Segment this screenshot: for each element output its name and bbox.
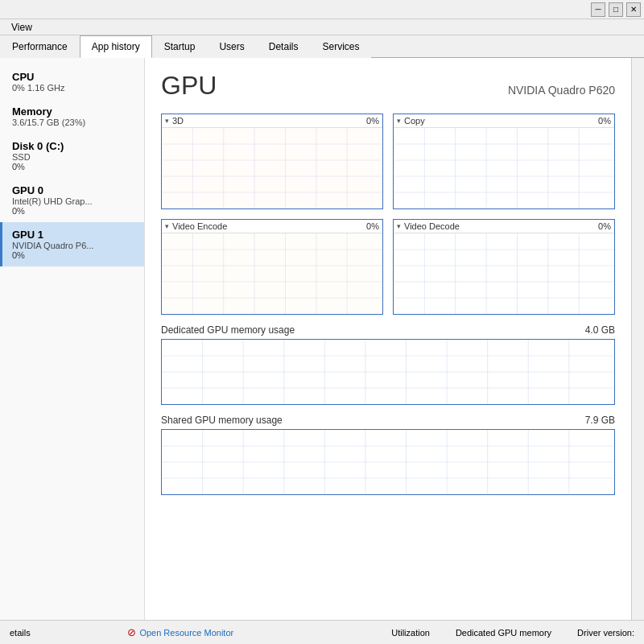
driver-version-label: Driver version:: [577, 628, 634, 638]
scrollbar[interactable]: ▼: [631, 58, 644, 638]
tab-services[interactable]: Services: [310, 35, 371, 58]
dedicated-capacity: 4.0 GB: [585, 324, 615, 336]
details-link[interactable]: etails: [10, 628, 31, 638]
gpu-title: GPU: [161, 71, 217, 101]
shared-memory-section: Shared GPU memory usage 7.9 GB: [161, 415, 615, 495]
shared-label-row: Shared GPU memory usage 7.9 GB: [161, 415, 615, 426]
graph-dedicated-grid: [162, 340, 614, 404]
graph-3d: ▾ 3D 0%: [161, 114, 383, 209]
minimize-button[interactable]: ─: [591, 2, 605, 17]
graph-shared-grid: [162, 430, 614, 494]
gpu1-value: 0%: [12, 250, 134, 260]
graph-3d-canvas: [162, 128, 382, 208]
utilization-label: Utilization: [391, 628, 430, 638]
dedicated-memory-label: Dedicated GPU memory: [456, 628, 551, 638]
graph-video-decode: ▾ Video Decode 0%: [393, 219, 615, 315]
sidebar: CPU 0% 1.16 GHz Memory 3.6/15.7 GB (23%)…: [0, 58, 145, 638]
memory-title: Memory: [12, 105, 134, 118]
graph-shared-canvas: [162, 430, 614, 494]
graph-shared-memory: [161, 429, 615, 495]
content-area: GPU NVIDIA Quadro P620 ▾ 3D 0%: [145, 58, 631, 638]
tab-performance[interactable]: Performance: [0, 35, 80, 58]
graph-encode-label: ▾ Video Encode 0%: [162, 220, 382, 233]
tab-app-history[interactable]: App history: [80, 35, 152, 58]
graph-video-encode: ▾ Video Encode 0%: [161, 219, 383, 315]
value-video-encode: 0%: [366, 221, 379, 231]
graph-encode-canvas: [162, 233, 382, 314]
tab-startup[interactable]: Startup: [152, 35, 208, 58]
tab-details[interactable]: Details: [257, 35, 311, 58]
graph-decode-canvas: [394, 233, 614, 314]
dedicated-label: Dedicated GPU memory usage: [161, 324, 295, 336]
value-copy: 0%: [598, 116, 611, 126]
content-header: GPU NVIDIA Quadro P620: [161, 71, 615, 101]
graph-copy-grid: [394, 128, 614, 208]
chevron-3d-icon: ▾: [165, 117, 169, 125]
graph-decode-label: ▾ Video Decode 0%: [394, 220, 614, 233]
main-layout: CPU 0% 1.16 GHz Memory 3.6/15.7 GB (23%)…: [0, 58, 644, 638]
cpu-title: CPU: [12, 71, 134, 83]
label-video-encode: Video Encode: [172, 221, 227, 231]
tab-bar: Performance App history Startup Users De…: [0, 35, 644, 58]
title-bar-controls: ─ □ ✕: [591, 2, 641, 17]
middle-graphs-row: ▾ Video Encode 0%: [161, 219, 615, 315]
disk0-value: 0%: [12, 162, 134, 171]
graph-copy-label: ▾ Copy 0%: [394, 114, 614, 128]
gpu1-subtitle: NVIDIA Quadro P6...: [12, 241, 134, 250]
graph-copy: ▾ Copy 0%: [393, 114, 615, 209]
sidebar-item-cpu[interactable]: CPU 0% 1.16 GHz: [0, 64, 144, 99]
resource-monitor-icon: ⊘: [127, 626, 136, 638]
gpu0-subtitle: Intel(R) UHD Grap...: [12, 196, 134, 206]
gpu0-title: GPU 0: [12, 184, 134, 196]
graph-dedicated-memory: [161, 339, 615, 405]
close-button[interactable]: ✕: [626, 2, 641, 17]
graph-dedicated-canvas: [162, 340, 614, 404]
maximize-button[interactable]: □: [609, 2, 623, 17]
label-video-decode: Video Decode: [404, 221, 460, 231]
graph-3d-label: ▾ 3D 0%: [162, 114, 382, 128]
cpu-subtitle: 0% 1.16 GHz: [12, 83, 134, 93]
sidebar-item-memory[interactable]: Memory 3.6/15.7 GB (23%): [0, 99, 144, 134]
bottom-stats: Utilization Dedicated GPU memory Driver …: [391, 628, 634, 638]
label-3d: 3D: [172, 116, 184, 126]
top-graphs-row: ▾ 3D 0%: [161, 114, 615, 209]
shared-capacity: 7.9 GB: [585, 415, 615, 426]
gpu1-title: GPU 1: [12, 229, 134, 241]
view-menu[interactable]: View: [6, 20, 37, 35]
memory-subtitle: 3.6/15.7 GB (23%): [12, 118, 134, 127]
disk0-subtitle: SSD: [12, 152, 134, 162]
menu-bar: View: [0, 19, 644, 35]
shared-label: Shared GPU memory usage: [161, 415, 283, 426]
value-3d: 0%: [366, 116, 379, 126]
graph-decode-grid: [394, 233, 614, 314]
tab-users[interactable]: Users: [207, 35, 256, 58]
sidebar-item-gpu1[interactable]: GPU 1 NVIDIA Quadro P6... 0%: [0, 222, 144, 266]
label-copy: Copy: [404, 116, 425, 126]
title-bar: ─ □ ✕: [0, 0, 644, 19]
bottom-bar: etails ⊘ Open Resource Monitor Utilizati…: [0, 620, 644, 644]
dedicated-memory-section: Dedicated GPU memory usage 4.0 GB: [161, 324, 615, 405]
sidebar-item-gpu0[interactable]: GPU 0 Intel(R) UHD Grap... 0%: [0, 178, 144, 222]
graph-copy-canvas: [394, 128, 614, 208]
encode-overlay: [162, 233, 382, 314]
chevron-encode-icon: ▾: [165, 222, 169, 230]
sidebar-item-disk0[interactable]: Disk 0 (C:) SSD 0%: [0, 134, 144, 178]
open-resource-monitor-link[interactable]: ⊘ Open Resource Monitor: [127, 626, 233, 638]
resource-monitor-label: Open Resource Monitor: [139, 628, 233, 638]
disk0-title: Disk 0 (C:): [12, 140, 134, 152]
chevron-decode-icon: ▾: [397, 222, 401, 230]
dedicated-label-row: Dedicated GPU memory usage 4.0 GB: [161, 324, 615, 336]
value-video-decode: 0%: [598, 221, 611, 231]
gpu-model: NVIDIA Quadro P620: [508, 84, 615, 97]
gpu0-value: 0%: [12, 206, 134, 216]
no-signal-3d: [162, 128, 382, 208]
chevron-copy-icon: ▾: [397, 117, 401, 125]
